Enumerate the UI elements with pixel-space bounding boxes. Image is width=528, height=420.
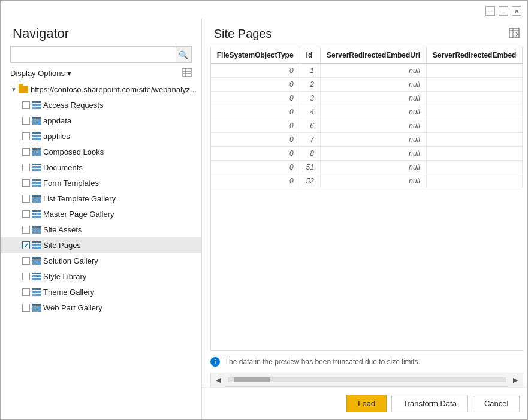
item-checkbox-site-pages[interactable] [22, 241, 30, 249]
scroll-track[interactable] [228, 377, 506, 382]
item-checkbox-access-requests[interactable] [22, 101, 30, 109]
list-item[interactable]: Web Part Gallery [1, 300, 201, 315]
tree-area: ▼ https://contoso.sharepoint.com/site/we… [1, 81, 201, 419]
left-panel: Navigator 🔍 Display Options ▾ [1, 19, 202, 419]
table-icon [32, 148, 41, 156]
scroll-thumb[interactable] [234, 377, 270, 382]
item-label: appdata [43, 116, 71, 125]
table-icon [32, 288, 41, 296]
maximize-button[interactable]: □ [499, 6, 508, 16]
cell-id: 2 [300, 78, 320, 92]
horizontal-scrollbar[interactable]: ◀ ▶ [210, 373, 524, 387]
table-icon [32, 226, 41, 234]
table-row: 0 7 null [211, 133, 523, 147]
cell-serverredirectedembed2 [427, 92, 523, 105]
tree-root-item[interactable]: ▼ https://contoso.sharepoint.com/site/we… [1, 81, 201, 97]
cell-id: 1 [300, 64, 320, 78]
column-header-serverredirectedembeduri[interactable]: ServerRedirectedEmbedUri [320, 47, 426, 64]
item-label: Solution Gallery [43, 256, 98, 265]
root-item-label: https://contoso.sharepoint.com/site/weba… [31, 85, 197, 94]
cell-serverredirectedembeduri: null [320, 78, 426, 92]
list-item[interactable]: appfiles [1, 128, 201, 144]
column-header-filesystemobjecttype[interactable]: FileSystemObjectType [211, 47, 300, 64]
list-item[interactable]: Solution Gallery [1, 253, 201, 268]
table-icon [32, 101, 41, 109]
search-button[interactable]: 🔍 [176, 47, 191, 62]
list-item[interactable]: List Template Gallery [1, 191, 201, 206]
table-icon [32, 164, 41, 171]
item-checkbox-composed-looks[interactable] [22, 148, 30, 156]
table-icon [32, 304, 41, 312]
edit-icon-button[interactable] [182, 68, 192, 79]
list-item[interactable]: appdata [1, 113, 201, 128]
cell-serverredirectedembeduri: null [320, 64, 426, 78]
search-input[interactable] [11, 47, 176, 62]
navigator-window: ─ □ ✕ Navigator 🔍 Display Options ▾ [0, 0, 528, 420]
cell-filesystemobjecttype: 0 [211, 92, 300, 105]
title-bar-controls: ─ □ ✕ [485, 6, 521, 16]
cell-serverredirectedembed2 [427, 161, 523, 174]
item-checkbox-form-templates[interactable] [22, 179, 30, 187]
list-item[interactable]: Form Templates [1, 175, 201, 191]
transform-data-button[interactable]: Transform Data [391, 395, 468, 412]
bottom-bar: Load Transform Data Cancel [202, 387, 527, 419]
table-icon [32, 257, 41, 265]
cell-serverredirectedembeduri: null [320, 147, 426, 161]
column-header-serverredirectedembed2[interactable]: ServerRedirectedEmbed [427, 47, 523, 64]
cell-filesystemobjecttype: 0 [211, 105, 300, 119]
table-row: 0 1 null [211, 64, 523, 78]
minimize-button[interactable]: ─ [485, 6, 495, 16]
item-label: Site Assets [43, 225, 82, 234]
folder-icon [19, 86, 28, 93]
list-item[interactable]: Documents [1, 159, 201, 175]
preview-icon-button[interactable] [509, 28, 520, 41]
search-bar: 🔍 [10, 46, 192, 63]
item-label: Site Pages [43, 241, 81, 250]
list-item[interactable]: Composed Looks [1, 144, 201, 159]
table-expand-icon [509, 28, 520, 38]
cell-serverredirectedembeduri: null [320, 174, 426, 188]
load-button[interactable]: Load [346, 395, 387, 412]
list-item[interactable]: Access Requests [1, 97, 201, 113]
list-item[interactable]: Theme Gallery [1, 284, 201, 300]
cell-serverredirectedembed2 [427, 64, 523, 78]
cell-serverredirectedembeduri: null [320, 119, 426, 133]
scroll-left-button[interactable]: ◀ [211, 373, 225, 387]
cell-serverredirectedembeduri: null [320, 161, 426, 174]
data-table-container: FileSystemObjectType Id ServerRedirected… [210, 47, 524, 351]
item-checkbox-list-template-gallery[interactable] [22, 195, 30, 203]
info-icon: i [210, 357, 220, 367]
item-checkbox-style-library[interactable] [22, 273, 30, 280]
display-options-button[interactable]: Display Options ▾ [10, 69, 71, 78]
item-label: Web Part Gallery [43, 303, 102, 312]
table-row: 0 4 null [211, 105, 523, 119]
scroll-right-button[interactable]: ▶ [508, 373, 523, 387]
item-checkbox-documents[interactable] [22, 164, 30, 171]
list-item[interactable]: Master Page Gallery [1, 206, 201, 222]
list-item[interactable]: Style Library [1, 268, 201, 284]
close-button[interactable]: ✕ [512, 6, 521, 16]
display-options-label: Display Options [10, 69, 65, 78]
item-checkbox-solution-gallery[interactable] [22, 257, 30, 265]
item-checkbox-site-assets[interactable] [22, 226, 30, 234]
cell-serverredirectedembed2 [427, 78, 523, 92]
column-header-id[interactable]: Id [300, 47, 320, 64]
table-icon [32, 273, 41, 280]
table-icon [32, 132, 41, 140]
item-checkbox-appfiles[interactable] [22, 132, 30, 140]
list-item[interactable]: Site Assets [1, 222, 201, 237]
item-label: appfiles [43, 132, 70, 141]
cell-serverredirectedembed2 [427, 174, 523, 188]
cell-serverredirectedembed2 [427, 133, 523, 147]
item-checkbox-theme-gallery[interactable] [22, 288, 30, 296]
item-checkbox-appdata[interactable] [22, 117, 30, 125]
item-checkbox-master-page-gallery[interactable] [22, 210, 30, 218]
item-label: Form Templates [43, 179, 99, 188]
item-checkbox-web-part-gallery[interactable] [22, 304, 30, 312]
chevron-down-icon: ▾ [67, 69, 71, 78]
cancel-button[interactable]: Cancel [473, 395, 520, 412]
list-item-site-pages[interactable]: Site Pages [1, 237, 201, 253]
display-options-bar: Display Options ▾ [1, 67, 201, 81]
cell-filesystemobjecttype: 0 [211, 147, 300, 161]
item-label: Master Page Gallery [43, 210, 114, 219]
